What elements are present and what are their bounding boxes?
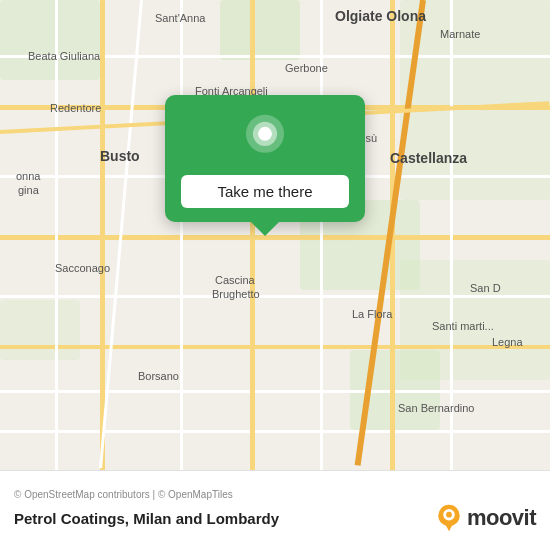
map-label: Borsano (138, 370, 179, 382)
bottom-bar: © OpenStreetMap contributors | © OpenMap… (0, 470, 550, 550)
moovit-logo: moovit (435, 504, 536, 532)
location-pin-icon (239, 113, 291, 165)
moovit-pin-icon (435, 504, 463, 532)
svg-point-2 (258, 127, 272, 141)
attribution-text: © OpenStreetMap contributors | © OpenMap… (14, 489, 536, 500)
map-label: gina (18, 184, 39, 196)
moovit-brand-text: moovit (467, 505, 536, 531)
svg-point-5 (446, 512, 452, 518)
take-me-there-button[interactable]: Take me there (181, 175, 349, 208)
location-popup: Take me there (165, 95, 365, 222)
place-name: Petrol Coatings, Milan and Lombardy (14, 510, 279, 527)
place-name-row: Petrol Coatings, Milan and Lombardy moov… (14, 504, 536, 532)
svg-marker-6 (444, 522, 454, 531)
map-label: Cascina (215, 274, 255, 286)
map-label-busto: Busto (100, 148, 140, 164)
map-label: La Flora (352, 308, 392, 320)
map-container[interactable]: Sant'Anna Olgiate Olona Marnate Beata Gi… (0, 0, 550, 470)
